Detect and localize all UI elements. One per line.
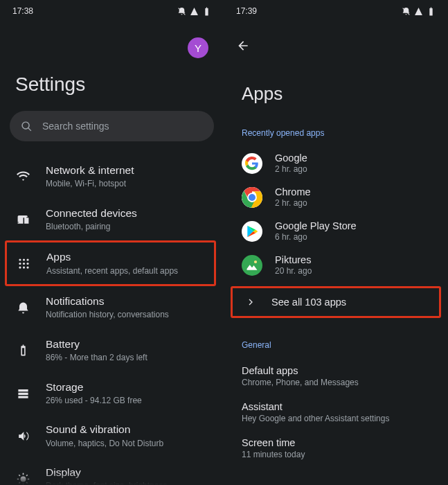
settings-item-storage[interactable]: Storage26% used - 94.12 GB free [0, 372, 224, 415]
dnd-icon [177, 7, 186, 16]
status-time: 17:38 [12, 6, 33, 16]
svg-point-3 [26, 258, 28, 261]
settings-screen: 17:38 Y Settings Search settings Network… [0, 0, 224, 485]
play-store-app-icon [242, 221, 262, 242]
battery-icon [202, 7, 211, 16]
page-title: Settings [0, 58, 224, 111]
svg-point-6 [26, 263, 28, 265]
settings-item-apps[interactable]: AppsAssistant, recent apps, default apps [7, 242, 214, 284]
profile-avatar[interactable]: Y [188, 37, 208, 58]
search-input[interactable]: Search settings [10, 111, 214, 141]
section-general-header: General [224, 326, 448, 358]
battery-icon [17, 344, 30, 357]
svg-point-15 [254, 260, 257, 263]
settings-item-notifications[interactable]: NotificationsNotification history, conve… [0, 286, 224, 329]
section-recent-header: Recently opened apps [224, 105, 448, 146]
battery-icon [427, 7, 436, 16]
general-default-apps[interactable]: Default apps Chrome, Phone, and Messages [224, 358, 448, 394]
recent-app-play-store[interactable]: Google Play Store6 hr. ago [224, 214, 448, 248]
storage-icon [17, 387, 30, 400]
settings-item-sound[interactable]: Sound & vibrationVolume, haptics, Do Not… [0, 414, 224, 457]
svg-point-5 [22, 263, 24, 265]
svg-point-4 [19, 263, 21, 265]
highlight-see-all: See all 103 apps [231, 286, 441, 318]
devices-icon [17, 213, 30, 226]
signal-icon [414, 7, 423, 16]
settings-item-network[interactable]: Network & internetMobile, Wi-Fi, hotspot [0, 155, 224, 198]
settings-list: Network & internetMobile, Wi-Fi, hotspot… [0, 152, 224, 485]
svg-point-1 [19, 258, 21, 261]
status-icons [402, 7, 436, 16]
svg-point-9 [26, 266, 28, 268]
settings-item-battery[interactable]: Battery86% - More than 2 days left [0, 329, 224, 372]
status-bar: 17:38 [0, 0, 224, 21]
status-bar: 17:39 [224, 0, 448, 21]
piktures-app-icon [242, 255, 262, 276]
volume-icon [17, 430, 30, 443]
settings-item-connected-devices[interactable]: Connected devicesBluetooth, pairing [0, 198, 224, 241]
highlight-apps: AppsAssistant, recent apps, default apps [5, 240, 216, 286]
dnd-icon [402, 7, 411, 16]
chevron-right-icon [245, 297, 256, 308]
svg-point-7 [19, 266, 21, 268]
svg-point-13 [249, 194, 256, 201]
chrome-app-icon [242, 187, 262, 208]
wifi-icon [17, 170, 30, 183]
apps-screen: 17:39 Apps Recently opened apps Google2 … [224, 0, 448, 485]
search-placeholder: Search settings [42, 121, 109, 132]
signal-icon [190, 7, 199, 16]
search-icon [21, 121, 33, 132]
see-all-apps-button[interactable]: See all 103 apps [233, 288, 439, 316]
arrow-back-icon [236, 39, 250, 53]
apps-grid-icon [17, 257, 30, 270]
status-icons [177, 7, 211, 16]
page-title: Apps [224, 55, 448, 105]
general-assistant[interactable]: Assistant Hey Google and other Assistant… [224, 394, 448, 430]
recent-app-google[interactable]: Google2 hr. ago [224, 146, 448, 180]
recent-app-piktures[interactable]: Piktures20 hr. ago [224, 248, 448, 282]
bell-icon [17, 301, 30, 315]
svg-point-2 [22, 258, 24, 261]
status-time: 17:39 [236, 6, 257, 16]
general-screen-time[interactable]: Screen time 11 minutes today [224, 430, 448, 466]
back-button[interactable] [224, 21, 448, 55]
recent-app-chrome[interactable]: Chrome2 hr. ago [224, 180, 448, 214]
google-app-icon [242, 153, 262, 174]
svg-point-8 [22, 266, 24, 268]
